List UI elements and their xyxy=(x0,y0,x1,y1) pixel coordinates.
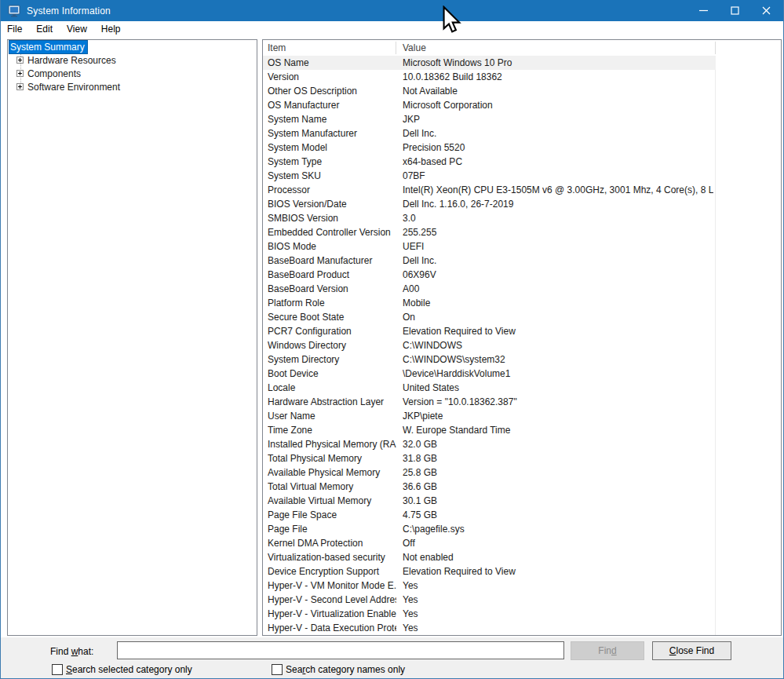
item-cell: BIOS Version/Date xyxy=(268,197,396,211)
table-row[interactable]: User NameJKP\piete xyxy=(263,409,781,423)
find-button[interactable]: Find xyxy=(571,641,644,660)
tree-item-hardware-resources[interactable]: Hardware Resources xyxy=(8,53,257,67)
table-row[interactable]: PCR7 ConfigurationElevation Required to … xyxy=(263,324,781,338)
table-row[interactable]: System NameJKP xyxy=(263,112,781,126)
table-row[interactable]: Other OS DescriptionNot Available xyxy=(263,84,781,98)
table-row[interactable]: System DirectoryC:\WINDOWS\system32 xyxy=(263,352,781,367)
item-cell: Secure Boot State xyxy=(268,310,396,324)
table-row[interactable]: Hardware Abstraction LayerVersion = "10.… xyxy=(263,395,781,409)
table-row[interactable]: BaseBoard ManufacturerDell Inc. xyxy=(263,254,781,268)
item-cell: System SKU xyxy=(268,169,396,183)
minimize-button[interactable] xyxy=(687,0,719,21)
search-selected-category-label[interactable]: Search selected category only xyxy=(66,664,192,675)
value-cell: Elevation Required to View xyxy=(403,324,713,338)
table-row[interactable]: OS ManufacturerMicrosoft Corporation xyxy=(263,98,781,112)
table-row[interactable]: Page FileC:\pagefile.sys xyxy=(263,522,781,536)
table-row[interactable]: System ManufacturerDell Inc. xyxy=(263,126,781,141)
column-header-item[interactable]: Item xyxy=(268,40,286,56)
column-header-value[interactable]: Value xyxy=(403,40,426,56)
column-divider[interactable] xyxy=(396,42,396,54)
find-options-row: Search selected category only Search cat… xyxy=(1,663,783,676)
value-cell: 07BF xyxy=(403,169,713,183)
menu-help[interactable]: Help xyxy=(94,22,128,36)
menu-edit[interactable]: Edit xyxy=(29,22,60,36)
value-cell: Not Available xyxy=(403,84,713,98)
table-row[interactable]: BIOS ModeUEFI xyxy=(263,239,781,254)
value-cell: UEFI xyxy=(403,239,713,254)
value-cell: United States xyxy=(403,381,713,395)
item-cell: System Model xyxy=(268,141,396,155)
table-row[interactable]: BaseBoard Product06X96V xyxy=(263,268,781,282)
value-cell: Yes xyxy=(403,607,713,621)
titlebar[interactable]: System Information xyxy=(1,0,783,21)
value-cell: C:\WINDOWS\system32 xyxy=(403,352,713,367)
value-cell: 25.8 GB xyxy=(403,465,713,480)
item-cell: Virtualization-based security xyxy=(268,550,396,564)
table-row[interactable]: Total Physical Memory31.8 GB xyxy=(263,451,781,465)
table-row[interactable]: System Typex64-based PC xyxy=(263,155,781,169)
tree-item-components[interactable]: Components xyxy=(8,67,257,80)
search-category-names-checkbox[interactable] xyxy=(272,664,283,675)
table-row[interactable]: Boot Device\Device\HarddiskVolume1 xyxy=(263,367,781,381)
item-cell: Page File Space xyxy=(268,508,396,522)
tree-item-system-summary[interactable]: System Summary xyxy=(8,40,257,53)
search-selected-category-checkbox[interactable] xyxy=(52,664,63,675)
value-cell: Dell Inc. xyxy=(403,254,713,268)
value-cell: C:\WINDOWS xyxy=(403,338,713,352)
value-cell: \Device\HarddiskVolume1 xyxy=(403,367,713,381)
table-row[interactable]: Virtualization-based securityNot enabled xyxy=(263,550,781,564)
table-row[interactable]: Version10.0.18362 Build 18362 xyxy=(263,70,781,84)
tree-item-software-environment[interactable]: Software Environment xyxy=(8,80,257,93)
item-cell: PCR7 Configuration xyxy=(268,324,396,338)
maximize-button[interactable] xyxy=(719,0,750,21)
item-cell: BaseBoard Version xyxy=(268,282,396,296)
item-cell: SMBIOS Version xyxy=(268,211,396,225)
table-row[interactable]: Secure Boot StateOn xyxy=(263,310,781,324)
table-row[interactable]: Available Physical Memory25.8 GB xyxy=(263,465,781,480)
table-row[interactable]: Page File Space4.75 GB xyxy=(263,508,781,522)
expand-plus-icon[interactable] xyxy=(16,70,24,77)
expand-plus-icon[interactable] xyxy=(16,57,24,64)
item-cell: Locale xyxy=(268,381,396,395)
item-cell: Device Encryption Support xyxy=(268,564,396,579)
column-divider[interactable] xyxy=(715,42,716,54)
table-row[interactable]: Installed Physical Memory (RAM)32.0 GB xyxy=(263,437,781,451)
table-row[interactable]: Windows DirectoryC:\WINDOWS xyxy=(263,338,781,352)
table-row[interactable]: Time ZoneW. Europe Standard Time xyxy=(263,423,781,437)
table-row[interactable]: Total Virtual Memory36.6 GB xyxy=(263,480,781,494)
value-cell: Microsoft Corporation xyxy=(403,98,713,112)
table-row[interactable]: System ModelPrecision 5520 xyxy=(263,141,781,155)
table-row[interactable]: Device Encryption SupportElevation Requi… xyxy=(263,564,781,579)
table-row[interactable]: Platform RoleMobile xyxy=(263,296,781,310)
table-row[interactable]: BaseBoard VersionA00 xyxy=(263,282,781,296)
table-row[interactable]: ProcessorIntel(R) Xeon(R) CPU E3-1505M v… xyxy=(263,183,781,197)
table-row[interactable]: Kernel DMA ProtectionOff xyxy=(263,536,781,550)
menu-file[interactable]: File xyxy=(1,22,29,36)
table-row[interactable]: Hyper-V - Virtualization Enable...Yes xyxy=(263,607,781,621)
close-button[interactable] xyxy=(750,0,782,21)
value-cell: JKP\piete xyxy=(403,409,713,423)
item-cell: Hyper-V - Virtualization Enable... xyxy=(268,607,396,621)
table-row[interactable]: Hyper-V - Data Execution Prote...Yes xyxy=(263,621,781,635)
table-row[interactable]: Hyper-V - Second Level Addres...Yes xyxy=(263,593,781,607)
search-category-names-label[interactable]: Search category names only xyxy=(286,664,405,675)
item-cell: Version xyxy=(268,70,396,84)
item-cell: Hyper-V - Data Execution Prote... xyxy=(268,621,396,635)
table-row[interactable]: BIOS Version/DateDell Inc. 1.16.0, 26-7-… xyxy=(263,197,781,211)
table-row[interactable]: System SKU07BF xyxy=(263,169,781,183)
item-cell: Hardware Abstraction Layer xyxy=(268,395,396,409)
table-row[interactable]: LocaleUnited States xyxy=(263,381,781,395)
value-cell: Microsoft Windows 10 Pro xyxy=(403,56,713,70)
close-find-button[interactable]: Close Find xyxy=(652,641,731,660)
table-row[interactable]: Available Virtual Memory30.1 GB xyxy=(263,494,781,508)
find-input[interactable] xyxy=(117,641,564,659)
table-row[interactable]: Embedded Controller Version255.255 xyxy=(263,225,781,239)
table-row[interactable]: OS NameMicrosoft Windows 10 Pro xyxy=(263,56,716,70)
value-cell: On xyxy=(403,310,713,324)
expand-plus-icon[interactable] xyxy=(16,83,24,90)
table-row[interactable]: SMBIOS Version3.0 xyxy=(263,211,781,225)
item-cell: BaseBoard Product xyxy=(268,268,396,282)
table-row[interactable]: Hyper-V - VM Monitor Mode E...Yes xyxy=(263,579,781,593)
list-header: Item Value xyxy=(263,40,781,56)
menu-view[interactable]: View xyxy=(60,22,94,36)
